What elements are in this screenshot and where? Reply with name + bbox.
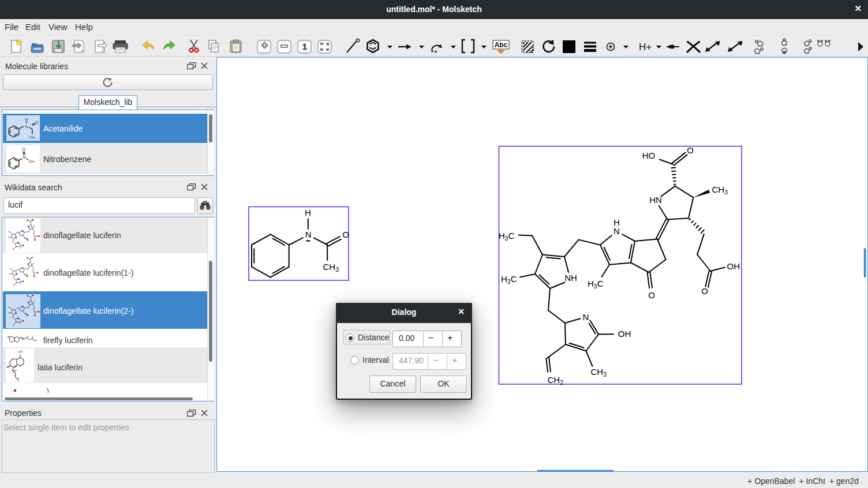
- svg-text:O: O: [342, 230, 349, 239]
- svg-text:CH3: CH3: [712, 185, 728, 196]
- svg-text:O: O: [701, 286, 708, 296]
- svg-text:Abc: Abc: [495, 41, 508, 49]
- svg-text:N: N: [583, 312, 589, 322]
- svg-text:OH: OH: [727, 261, 740, 271]
- svg-text:N: N: [613, 226, 620, 236]
- svg-text:OH: OH: [618, 329, 631, 339]
- svg-text:H+: H+: [639, 42, 652, 52]
- svg-text:O: O: [17, 378, 19, 382]
- svg-text:N: N: [305, 230, 312, 239]
- svg-text:O: O: [687, 145, 694, 155]
- svg-text:O: O: [648, 290, 655, 300]
- svg-text:H3C: H3C: [499, 231, 515, 242]
- svg-text:H3C: H3C: [501, 274, 517, 285]
- svg-text:N: N: [23, 155, 25, 159]
- svg-text:CH2: CH2: [548, 375, 564, 386]
- svg-text:1: 1: [302, 42, 307, 51]
- svg-text:H3C: H3C: [588, 279, 604, 290]
- svg-text:O: O: [22, 147, 25, 151]
- svg-text:NH: NH: [564, 273, 577, 283]
- svg-text:N: N: [25, 125, 28, 129]
- svg-text:HN: HN: [649, 195, 662, 205]
- svg-text:CH3: CH3: [591, 367, 607, 378]
- svg-text:H: H: [25, 118, 28, 122]
- svg-text:HO: HO: [642, 151, 656, 160]
- svg-text:O: O: [35, 121, 39, 125]
- svg-text:CH₃: CH₃: [29, 136, 36, 139]
- svg-text:OH: OH: [29, 160, 34, 163]
- svg-text:CH: CH: [18, 350, 23, 354]
- svg-text:CH3: CH3: [323, 262, 339, 273]
- svg-text:H: H: [7, 365, 9, 369]
- svg-text:H: H: [305, 208, 311, 217]
